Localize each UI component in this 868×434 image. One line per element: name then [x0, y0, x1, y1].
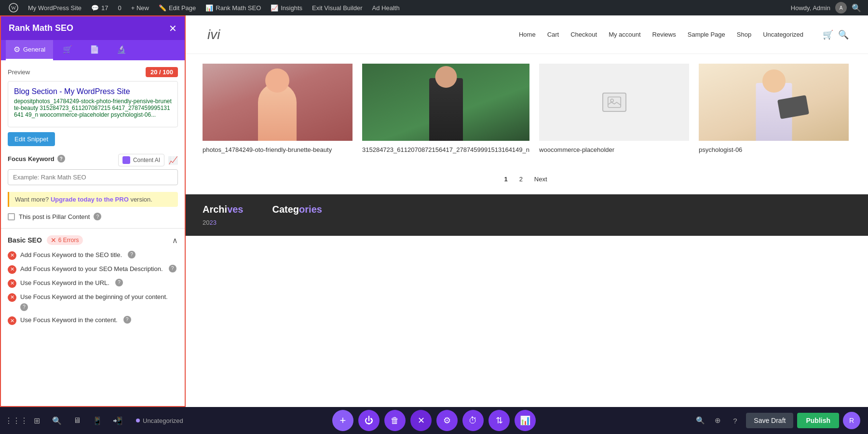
nav-shop[interactable]: Shop [737, 31, 751, 38]
updates-item[interactable]: 0 [113, 0, 126, 15]
site-name-item[interactable]: My WordPress Site [23, 0, 86, 15]
check-help-3[interactable]: ? [115, 279, 123, 286]
toolbar-tablet-button[interactable]: 📱 [89, 412, 106, 429]
blog-card[interactable]: woocommerce-placeholder [539, 64, 689, 154]
insights-label: Insights [281, 4, 302, 12]
search-nav-icon[interactable]: 🔍 [838, 29, 849, 40]
nav-home[interactable]: Home [519, 31, 536, 38]
insights-item[interactable]: 📈 Insights [266, 0, 307, 15]
rank-math-item[interactable]: 📊 Rank Math SEO [201, 0, 266, 15]
publish-button[interactable]: Publish [797, 413, 839, 428]
rank-math-circle-button[interactable]: R [843, 412, 860, 429]
check-error-icon: ✕ [8, 279, 16, 288]
card-image-2 [362, 64, 529, 141]
exit-builder-item[interactable]: Exit Visual Builder [307, 0, 367, 15]
toolbar-mobile-button[interactable]: 📲 [109, 412, 126, 429]
toolbar-search-button[interactable]: 🔍 [48, 412, 66, 429]
edit-page-item[interactable]: ✏️ Edit Page [154, 0, 201, 15]
exit-builder-label: Exit Visual Builder [312, 4, 363, 12]
pillar-checkbox[interactable] [8, 213, 15, 220]
seo-check-item: ✕ Use Focus Keyword in the content. ? [8, 316, 178, 325]
focus-keyword-label: Focus Keyword ? [8, 155, 65, 163]
close-float-button[interactable]: ✕ [410, 410, 432, 431]
add-button[interactable]: + [332, 410, 353, 431]
edit-snippet-button[interactable]: Edit Snippet [8, 132, 55, 146]
new-item[interactable]: + New [126, 0, 154, 15]
comments-item[interactable]: 💬 17 [86, 0, 113, 15]
settings-float-button[interactable]: ⚙ [436, 410, 458, 431]
tab-schema[interactable]: 📄 [82, 40, 107, 60]
layers-button[interactable]: ⊕ [710, 413, 725, 428]
seo-checks-list: ✕ Add Focus Keyword to the SEO title. ? … [8, 251, 178, 325]
pagination: 1 2 Next [203, 169, 849, 194]
blog-grid: photos_14784249-oto-friendly-brunette-be… [203, 64, 849, 154]
cart-icon[interactable]: 🛒 [823, 29, 833, 40]
card-title-4: psychologist-06 [699, 146, 849, 154]
nav-uncategorized[interactable]: Uncategorized [763, 31, 803, 38]
wp-logo-item[interactable]: W [4, 0, 23, 15]
check-help-2[interactable]: ? [169, 265, 176, 272]
chart-float-button[interactable]: 📊 [515, 410, 536, 431]
trash-button[interactable]: 🗑 [384, 410, 406, 431]
rank-math-icon: 📊 [205, 4, 213, 12]
nav-sample-page[interactable]: Sample Page [688, 31, 725, 38]
upgrade-banner: Want more? Upgrade today to the PRO vers… [8, 192, 178, 207]
admin-avatar[interactable]: A [835, 2, 847, 14]
svg-point-3 [610, 99, 613, 102]
panel-close-button[interactable]: ✕ [169, 24, 177, 33]
arrows-button[interactable]: ⇅ [488, 410, 510, 431]
upgrade-text: Want more? [15, 196, 49, 203]
seo-check-item: ✕ Use Focus Keyword in the URL. ? [8, 279, 178, 288]
card-image-3 [539, 64, 689, 141]
blog-card[interactable]: photos_14784249-oto-friendly-brunette-be… [203, 64, 353, 154]
zoom-search-button[interactable]: 🔍 [693, 413, 707, 428]
pillar-help-icon[interactable]: ? [94, 213, 101, 220]
collapse-button[interactable]: ∧ [172, 236, 178, 245]
card-image-1 [203, 64, 353, 141]
blog-card[interactable]: psychologist-06 [699, 64, 849, 154]
nav-cart[interactable]: Cart [547, 31, 559, 38]
nav-my-account[interactable]: My account [609, 31, 640, 38]
blog-card[interactable]: 315284723_6112070872156417_2787459991513… [362, 64, 529, 154]
pillar-content-section: This post is Pillar Content ? [8, 213, 178, 220]
search-icon[interactable]: 🔍 [849, 3, 864, 13]
toolbar-menu-button[interactable]: ⋮⋮⋮ [8, 412, 25, 429]
content-ai-button[interactable]: Content AI [118, 154, 164, 166]
nav-reviews[interactable]: Reviews [652, 31, 676, 38]
focus-keyword-help-icon[interactable]: ? [57, 155, 65, 163]
preview-title[interactable]: Blog Section - My WordPress Site [14, 87, 172, 96]
ad-health-item[interactable]: Ad Health [367, 0, 405, 15]
focus-keyword-header: Focus Keyword ? Content AI 📈 [8, 154, 178, 166]
tab-advanced[interactable]: 🔬 [109, 40, 134, 60]
page-1[interactable]: 1 [500, 174, 511, 185]
power-button[interactable]: ⏻ [358, 410, 380, 431]
card-image-4 [699, 64, 849, 141]
nav-checkout[interactable]: Checkout [570, 31, 597, 38]
check-help-1[interactable]: ? [128, 251, 136, 258]
clock-button[interactable]: ⏱ [462, 410, 484, 431]
general-tab-icon: ⚙ [14, 45, 20, 54]
toolbar-desktop-button[interactable]: 🖥 [68, 412, 86, 429]
save-draft-button[interactable]: Save Draft [746, 413, 793, 428]
advanced-tab-icon: 🔬 [117, 45, 126, 54]
categories-heading: Categories [272, 204, 322, 215]
tab-social[interactable]: 🛒 [55, 40, 80, 60]
check-label-2: Add Focus Keyword to your SEO Meta Descr… [20, 265, 163, 273]
check-help-5[interactable]: ? [123, 316, 131, 324]
upgrade-link[interactable]: Upgrade today to the PRO [51, 196, 129, 203]
rank-math-label: Rank Math SEO [216, 4, 261, 12]
seo-check-item: ✕ Use Focus Keyword at the beginning of … [8, 293, 178, 311]
check-help-4[interactable]: ? [20, 303, 28, 311]
trend-icon[interactable]: 📈 [168, 156, 178, 165]
toolbar-grid-button[interactable]: ⊞ [28, 412, 45, 429]
general-tab-label: General [23, 46, 45, 53]
basic-seo-title: Basic SEO [8, 236, 42, 244]
edit-page-label: Edit Page [169, 4, 196, 12]
help-button[interactable]: ? [728, 413, 742, 428]
page-next[interactable]: Next [530, 174, 551, 185]
page-2[interactable]: 2 [515, 174, 527, 185]
focus-keyword-input[interactable] [8, 169, 178, 185]
archives-year: 2023 [203, 219, 244, 226]
card-title-3: woocommerce-placeholder [539, 146, 689, 154]
tab-general[interactable]: ⚙ General [6, 40, 53, 60]
